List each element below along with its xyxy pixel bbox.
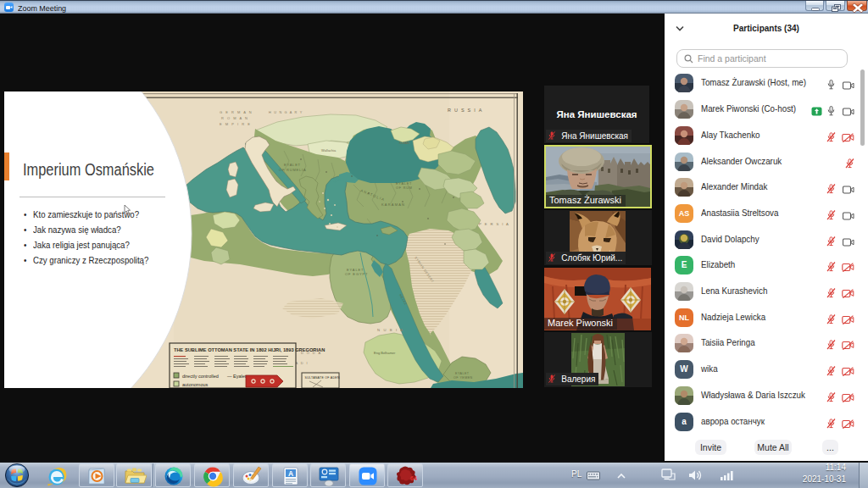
svg-text:Wallachia: Wallachia	[321, 148, 337, 152]
svg-text:EYALET: EYALET	[396, 182, 412, 186]
svg-text:N U B I A: N U B I A	[377, 328, 404, 332]
svg-text:RUSSIA: RUSSIA	[448, 108, 485, 113]
svg-text:Eng Belhamer: Eng Belhamer	[374, 351, 396, 355]
svg-text:EYALET: EYALET	[455, 372, 470, 375]
svg-text:E M P I R E: E M P I R E	[220, 122, 251, 126]
svg-text:P E R S I A: P E R S I A	[479, 222, 509, 226]
svg-text:64: 64	[410, 475, 417, 481]
svg-text:OF YEMEN: OF YEMEN	[453, 376, 473, 380]
svg-text:H U N G A R Y: H U N G A R Y	[269, 111, 303, 114]
svg-text:SULTANATE OF ADEN: SULTANATE OF ADEN	[305, 376, 340, 380]
svg-text:OF RUM: OF RUM	[396, 186, 413, 190]
svg-text:A: A	[288, 469, 293, 478]
svg-text:directly controlled: directly controlled	[182, 374, 219, 379]
svg-text:EYALET: EYALET	[284, 163, 301, 167]
svg-text:THE SUBLIME OTTOMAN STATE IN 1: THE SUBLIME OTTOMAN STATE IN 1802 HIJRI,…	[174, 347, 325, 352]
svg-text:OF EGYPT: OF EGYPT	[345, 272, 368, 276]
svg-text:KUBAN: KUBAN	[399, 141, 409, 145]
svg-text:— Eyalet: — Eyalet	[227, 374, 247, 379]
svg-text:OF RUMELIA: OF RUMELIA	[279, 168, 306, 172]
svg-text:G E R M A N: G E R M A N	[220, 110, 253, 114]
svg-text:autonomous: autonomous	[182, 382, 209, 387]
svg-text:R O M A N: R O M A N	[221, 116, 248, 120]
svg-text:KARAMAN: KARAMAN	[381, 202, 405, 207]
